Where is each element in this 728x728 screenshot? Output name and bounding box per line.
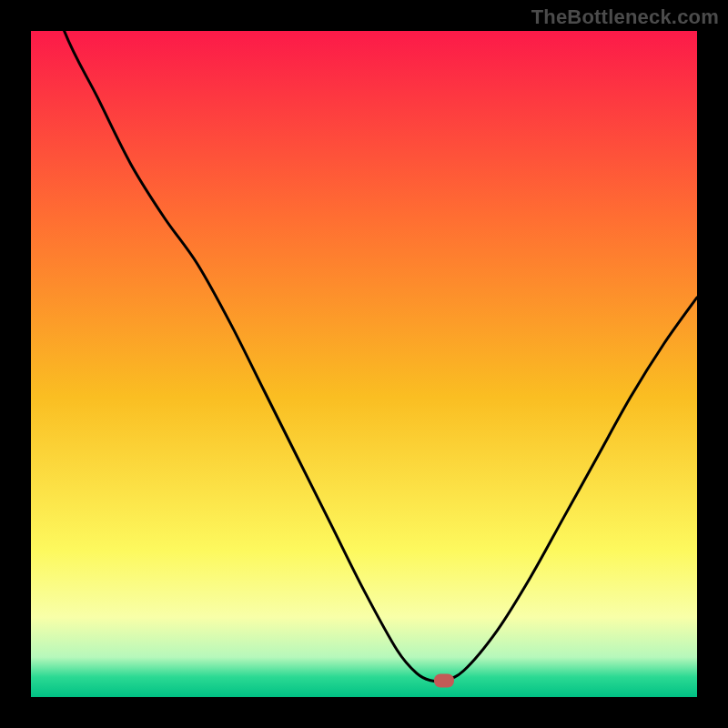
plot-area [31,31,697,697]
optimal-marker [434,673,454,687]
bottleneck-curve [31,31,697,697]
chart-frame: { "watermark": "TheBottleneck.com", "col… [0,0,728,728]
watermark-text: TheBottleneck.com [531,5,719,29]
